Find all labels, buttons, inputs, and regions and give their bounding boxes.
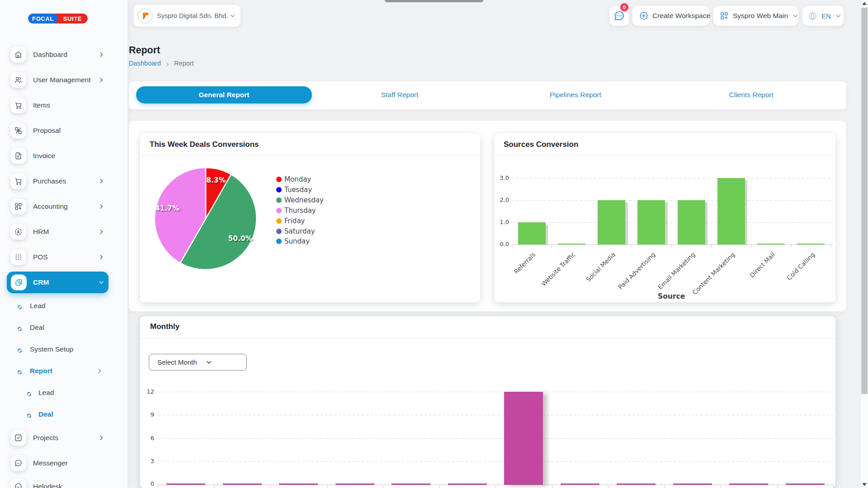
create-workspace-button[interactable]: Create Workspace	[632, 6, 709, 26]
sidebar-item-label: Lead	[30, 302, 45, 310]
chat-button[interactable]: 0	[609, 6, 629, 26]
scrollbar-down-arrow[interactable]	[862, 483, 867, 486]
x-tickmark	[608, 485, 609, 488]
x-tickmark	[711, 245, 712, 247]
sidebar-item-label: Proposal	[33, 127, 61, 135]
chevron-right-icon	[98, 77, 104, 83]
sidebar-item-label: Messenger	[33, 459, 68, 467]
sidebar-item-label: Accounting	[33, 202, 68, 211]
pie-slice-label: 8.3%	[206, 176, 226, 184]
workspace-selector[interactable]: Syspro Digital Sdn. Bhd.	[134, 5, 241, 27]
sidebar-item-pos[interactable]: POS	[0, 244, 128, 270]
legend-label: Saturday	[284, 227, 315, 235]
chevron-down-icon	[98, 279, 104, 286]
sidebar-item-label: Invoice	[33, 152, 55, 160]
bar-referrals	[518, 222, 546, 244]
gridline	[158, 415, 833, 415]
syspro-swoosh-icon	[139, 10, 151, 22]
monthly-bar-3	[279, 483, 318, 485]
language-label: EN	[821, 12, 831, 20]
sidebar-item-label: System Setup	[30, 345, 74, 353]
sidebar-item-hrm[interactable]: HRM	[0, 219, 128, 244]
pie-slice-label: 50.0%	[228, 235, 253, 243]
sidebar-item-dashboard[interactable]: Dashboard	[0, 42, 128, 67]
y-tick-label: 0	[136, 480, 154, 487]
legend-label: Wednesday	[284, 196, 324, 204]
sidebar-item-helpdesk[interactable]: Helpdesk	[0, 474, 128, 488]
gridline	[158, 438, 833, 439]
legend-dot-icon	[276, 197, 282, 203]
monthly-bar-2	[223, 483, 262, 485]
sidebar-item-label: Lead	[38, 389, 54, 397]
sidebar-item-label: Report	[30, 367, 52, 375]
bar-shadow	[625, 202, 628, 244]
language-selector[interactable]: EN	[802, 6, 844, 26]
scrollbar-up-arrow[interactable]	[862, 2, 867, 5]
select-month-dropdown[interactable]: Select Month	[149, 354, 247, 371]
workspace-switcher[interactable]: Syspro Web Main	[713, 6, 798, 26]
chevron-right-icon	[98, 229, 104, 235]
x-tickmark	[512, 245, 512, 247]
x-axis	[512, 244, 834, 245]
x-tickmark	[831, 245, 831, 247]
legend-item-wednesday: Wednesday	[276, 195, 324, 205]
breadcrumb-dashboard-link[interactable]: Dashboard	[129, 60, 161, 67]
bar-paid-advertising	[637, 200, 665, 244]
x-tickmark	[592, 245, 592, 247]
sidebar-item-invoice[interactable]: Invoice	[0, 143, 128, 169]
plus-circle-icon	[639, 11, 648, 20]
sidebar-item-deal[interactable]: Deal	[0, 402, 128, 427]
monthly-bar-9	[617, 483, 656, 485]
bar-cold-calling	[797, 244, 825, 245]
tab-staff-report[interactable]: Staff Report	[312, 86, 488, 103]
circle-dashed-icon	[10, 224, 26, 240]
sidebar-item-proposal[interactable]: Proposal	[0, 118, 128, 143]
bar-shadow	[705, 202, 708, 244]
monthly-bar-5	[392, 483, 430, 485]
sidebar-item-crm[interactable]: CRM	[0, 270, 128, 295]
page-scrollbar[interactable]	[860, 0, 868, 488]
tab-general-report[interactable]: General Report	[136, 86, 312, 103]
x-tickmark	[791, 245, 792, 247]
chevron-right-icon	[98, 254, 104, 260]
sidebar-item-projects[interactable]: Projects	[0, 425, 128, 450]
sidebar-item-label: Deal	[30, 324, 44, 332]
sidebar-item-messenger[interactable]: Messenger	[0, 450, 128, 476]
scrollbar-thumb[interactable]	[861, 8, 868, 394]
chevron-down-icon	[835, 13, 842, 19]
x-tickmark	[777, 485, 778, 488]
create-workspace-label: Create Workspace	[652, 12, 710, 20]
monthly-bar-10	[673, 483, 712, 485]
logo-part-focal: FOCAL	[28, 14, 58, 23]
sidebar-item-purchases[interactable]: Purchases	[0, 169, 128, 194]
sidebar-item-label: Dashboard	[33, 51, 67, 59]
sidebar-item-user-management[interactable]: User Management	[0, 67, 128, 93]
sidebar-item-accounting[interactable]: Accounting	[0, 194, 128, 219]
sidebar-item-label: POS	[33, 253, 48, 261]
users-icon	[10, 72, 26, 88]
sidebar-item-items[interactable]: Items	[0, 93, 128, 118]
dots-grid-icon	[10, 249, 26, 265]
globe-icon	[808, 11, 817, 21]
sidebar-item-label: CRM	[33, 278, 49, 286]
home-icon	[10, 47, 26, 63]
y-tick-label: 9	[136, 411, 154, 418]
legend-item-thursday: Thursday	[276, 206, 316, 216]
legend-dot-icon	[276, 208, 282, 213]
x-tickmark	[439, 485, 440, 488]
app-logo[interactable]: FOCAL SUITE	[28, 14, 88, 23]
bullet-icon	[17, 369, 22, 374]
breadcrumb: Dashboard Report	[129, 60, 193, 67]
bullet-icon	[27, 412, 32, 417]
logo-part-suite: SUITE	[54, 14, 88, 23]
grid-plus-icon	[720, 11, 729, 20]
workspace-name: Syspro Digital Sdn. Bhd.	[157, 12, 228, 19]
x-tickmark	[214, 485, 215, 488]
swap-icon	[10, 123, 26, 139]
x-tickmark	[327, 485, 327, 488]
gridline	[512, 222, 831, 223]
report-tabs: General ReportStaff ReportPipelines Repo…	[129, 81, 846, 109]
tab-pipelines-report[interactable]: Pipelines Report	[488, 86, 664, 103]
tab-clients-report[interactable]: Clients Report	[663, 86, 839, 103]
legend-label: Thursday	[284, 206, 316, 215]
